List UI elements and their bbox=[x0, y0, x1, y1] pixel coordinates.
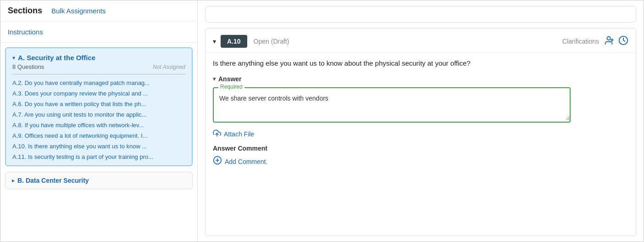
section-a-title[interactable]: A. Security at the Office bbox=[18, 54, 95, 62]
question-card: ▾ A.10 Open (Draft) Clarifications bbox=[205, 28, 636, 236]
sidebar-header: Sections Bulk Assignments bbox=[0, 0, 197, 22]
add-comment-row[interactable]: Add Comment. bbox=[213, 156, 628, 167]
plus-circle-icon bbox=[213, 156, 222, 167]
answer-textarea[interactable] bbox=[214, 88, 570, 120]
instructions-link[interactable]: Instructions bbox=[8, 28, 43, 36]
section-a-meta: 8 Questions Not Assigned bbox=[12, 63, 185, 70]
instructions-bar: Instructions bbox=[0, 22, 197, 43]
section-a-chevron-icon[interactable]: ▾ bbox=[12, 55, 15, 61]
svg-point-0 bbox=[607, 36, 610, 39]
required-label: Required bbox=[218, 84, 244, 90]
section-b-title: B. Data Center Security bbox=[17, 177, 89, 184]
list-item[interactable]: A.6. Do you have a written policy that l… bbox=[12, 99, 185, 109]
section-a-question-list: A.2. Do you have centrally managed patch… bbox=[12, 78, 185, 162]
list-item[interactable]: A.2. Do you have centrally managed patch… bbox=[12, 78, 185, 88]
answer-toggle-label: Answer bbox=[218, 75, 242, 83]
section-a-divider bbox=[12, 74, 185, 74]
add-person-icon[interactable] bbox=[604, 35, 614, 48]
main-content: ▾ A.10 Open (Draft) Clarifications bbox=[198, 0, 644, 242]
card-actions: Clarifications bbox=[562, 35, 628, 48]
section-b-chevron-icon: ▸ bbox=[12, 177, 15, 184]
answer-toggle[interactable]: ▾ Answer bbox=[213, 75, 628, 83]
question-text: Is there anything else you want us to kn… bbox=[205, 53, 636, 71]
answer-chevron-icon: ▾ bbox=[213, 76, 216, 82]
answer-section: ▾ Answer Required Attach Fil bbox=[205, 71, 636, 174]
attach-file-row[interactable]: Attach File bbox=[213, 129, 628, 139]
question-card-header: ▾ A.10 Open (Draft) Clarifications bbox=[205, 28, 636, 53]
sidebar: Sections Bulk Assignments Instructions ▾… bbox=[0, 0, 198, 242]
section-a-questions-count: 8 Questions bbox=[12, 63, 44, 70]
clarifications-label: Clarifications bbox=[562, 38, 599, 45]
list-item[interactable]: A.8. If you have multiple offices with n… bbox=[12, 120, 185, 130]
list-item[interactable]: A.11. Is security testing is a part of y… bbox=[12, 152, 185, 162]
list-item[interactable]: A.9. Offices need a lot of networking eq… bbox=[12, 131, 185, 141]
list-item[interactable]: A.3. Does your company review the physic… bbox=[12, 89, 185, 98]
list-item[interactable]: A.10. Is there anything else you want us… bbox=[12, 141, 185, 151]
section-a-assignment-status: Not Assigned bbox=[153, 64, 185, 70]
attach-icon bbox=[213, 129, 221, 139]
sidebar-title: Sections bbox=[8, 6, 42, 16]
section-b-preview[interactable]: ▸ B. Data Center Security bbox=[5, 172, 193, 189]
bulk-assignments-link[interactable]: Bulk Assignments bbox=[51, 7, 105, 15]
question-status: Open (Draft) bbox=[254, 38, 562, 45]
section-a-header: ▾ A. Security at the Office bbox=[12, 54, 185, 62]
list-item[interactable]: A.7. Are you using unit tests to monitor… bbox=[12, 110, 185, 119]
section-a-box: ▾ A. Security at the Office 8 Questions … bbox=[5, 47, 193, 166]
question-id-badge: A.10 bbox=[221, 35, 247, 48]
add-comment-text: Add Comment. bbox=[225, 158, 267, 165]
history-icon[interactable] bbox=[618, 35, 628, 48]
question-collapse-icon[interactable]: ▾ bbox=[213, 38, 216, 45]
top-search-bar[interactable] bbox=[205, 6, 636, 23]
attach-label: Attach File bbox=[224, 130, 254, 138]
answer-comment-label: Answer Comment bbox=[213, 145, 628, 152]
required-field-wrapper: Required bbox=[213, 87, 571, 123]
